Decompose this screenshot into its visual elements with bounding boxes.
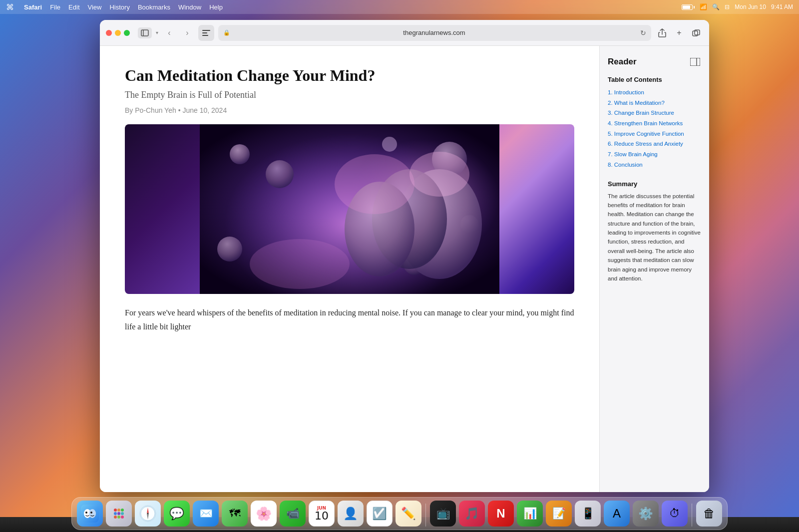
- toc-item-3[interactable]: 3. Change Brain Structure: [608, 108, 701, 118]
- maximize-button[interactable]: [124, 30, 130, 36]
- safari-toolbar: ▾ ‹ › 🔒 thegranularnews.com ↻: [100, 20, 709, 46]
- share-button[interactable]: [655, 26, 669, 40]
- dock-icon-messages[interactable]: 💬: [164, 501, 190, 527]
- dock-icon-finder[interactable]: [77, 501, 103, 527]
- dock-icon-news[interactable]: N: [488, 501, 514, 527]
- menubar-app-name[interactable]: Safari: [24, 3, 42, 11]
- dock-separator-2: [692, 504, 692, 527]
- minimize-button[interactable]: [115, 30, 121, 36]
- dock-icon-iphone-mirror[interactable]: 📱: [575, 501, 601, 527]
- dock-icon-facetime[interactable]: 📹: [280, 501, 306, 527]
- tabs-overview-button[interactable]: [689, 26, 703, 40]
- toc-item-1[interactable]: 1. Introduction: [608, 87, 701, 98]
- dock-icon-photos[interactable]: 🌸: [251, 501, 277, 527]
- plus-icon: +: [677, 28, 681, 37]
- menubar-help[interactable]: Help: [209, 3, 223, 11]
- facetime-icon: 📹: [286, 507, 300, 520]
- dock-icon-safari[interactable]: [135, 501, 161, 527]
- lock-icon: 🔒: [223, 29, 230, 36]
- toc-item-5[interactable]: 5. Improve Cognitive Function: [608, 129, 701, 139]
- contacts-icon: 👤: [343, 507, 358, 521]
- chevron-down-icon[interactable]: ▾: [156, 30, 158, 35]
- reader-panel: Reader Table of Contents 1. Introduction…: [599, 46, 709, 492]
- menubar-history[interactable]: History: [109, 3, 129, 11]
- menubar-bookmarks[interactable]: Bookmarks: [138, 3, 170, 11]
- toc-item-8[interactable]: 8. Conclusion: [608, 160, 701, 170]
- search-icon[interactable]: 🔍: [712, 3, 720, 10]
- toc-item-7[interactable]: 7. Slow Brain Aging: [608, 149, 701, 160]
- menubar-edit[interactable]: Edit: [68, 3, 79, 11]
- toc-item-6[interactable]: 6. Reduce Stress and Anxiety: [608, 139, 701, 149]
- article-byline: By Po-Chun Yeh • June 10, 2024: [125, 106, 574, 114]
- dock-icon-calendar[interactable]: JUN 10: [309, 501, 335, 527]
- forward-button[interactable]: ›: [180, 26, 194, 40]
- svg-point-36: [114, 516, 117, 519]
- menubar-time: 9:41 AM: [771, 3, 793, 10]
- menubar-window[interactable]: Window: [178, 3, 201, 11]
- svg-point-31: [117, 509, 120, 512]
- svg-point-21: [250, 239, 350, 289]
- dock-icon-screentime[interactable]: ⏱: [662, 501, 688, 527]
- article-area[interactable]: Can Meditation Change Your Mind? The Emp…: [100, 46, 599, 492]
- dock-icon-pages[interactable]: 📝: [546, 501, 572, 527]
- safari-window: ▾ ‹ › 🔒 thegranularnews.com ↻: [100, 20, 709, 492]
- mail-icon: ✉️: [199, 507, 213, 520]
- svg-point-33: [114, 512, 117, 515]
- svg-point-11: [266, 160, 294, 188]
- svg-point-44: [147, 513, 149, 515]
- svg-rect-3: [202, 32, 207, 33]
- reader-panel-title: Reader: [608, 57, 637, 67]
- svg-point-14: [217, 237, 242, 262]
- sidebar-toggle-button[interactable]: [138, 27, 152, 38]
- article-subtitle: The Empty Brain is Full of Potential: [125, 90, 574, 100]
- svg-rect-0: [141, 30, 148, 36]
- dock-icon-mail[interactable]: ✉️: [193, 501, 219, 527]
- close-button[interactable]: [106, 30, 112, 36]
- dock-icon-appletv[interactable]: 📺: [430, 501, 456, 527]
- appletv-icon: 📺: [436, 507, 450, 520]
- toolbar-actions: +: [655, 26, 703, 40]
- dock-icon-system-settings[interactable]: ⚙️: [633, 501, 659, 527]
- article-title: Can Meditation Change Your Mind?: [125, 66, 574, 85]
- reader-layout-toggle[interactable]: [689, 56, 701, 68]
- reminders-icon: ☑️: [372, 507, 387, 521]
- back-button[interactable]: ‹: [162, 26, 176, 40]
- safari-content: Can Meditation Change Your Mind? The Emp…: [100, 46, 709, 492]
- reload-button[interactable]: ↻: [640, 29, 646, 37]
- svg-point-30: [114, 509, 117, 512]
- svg-point-27: [89, 509, 96, 518]
- music-icon: 🎵: [464, 507, 479, 521]
- new-tab-button[interactable]: +: [672, 26, 686, 40]
- reader-panel-header: Reader: [608, 56, 701, 68]
- dock: 💬 ✉️ 🗺 🌸 📹 JUN 10 👤 ☑️ ✏️ 📺 🎵 N 📊: [71, 497, 728, 530]
- dock-icon-music[interactable]: 🎵: [459, 501, 485, 527]
- menubar-file[interactable]: File: [50, 3, 60, 11]
- summary-text: The article discusses the potential bene…: [608, 192, 701, 283]
- screentime-icon: ⏱: [669, 507, 680, 520]
- dock-icon-reminders[interactable]: ☑️: [367, 501, 393, 527]
- svg-rect-4: [202, 35, 208, 36]
- article-body: For years we've heard whispers of the be…: [125, 306, 574, 333]
- dock-icon-contacts[interactable]: 👤: [338, 501, 364, 527]
- apple-logo-icon[interactable]: ⌘: [6, 2, 14, 12]
- reader-mode-button[interactable]: [198, 25, 214, 41]
- toc-item-2[interactable]: 2. What is Meditation?: [608, 98, 701, 108]
- dock-icon-appstore[interactable]: A: [604, 501, 630, 527]
- numbers-icon: 📊: [523, 507, 537, 520]
- menubar-view[interactable]: View: [88, 3, 102, 11]
- dock-icon-freeform[interactable]: ✏️: [396, 501, 421, 527]
- maps-icon: 🗺: [229, 507, 240, 520]
- pages-icon: 📝: [552, 507, 566, 520]
- dock-icon-numbers[interactable]: 📊: [517, 501, 543, 527]
- article-date: June 10, 2024: [182, 106, 227, 114]
- svg-point-22: [409, 152, 469, 197]
- control-center-icon[interactable]: ⊟: [725, 3, 730, 10]
- address-bar[interactable]: 🔒 thegranularnews.com ↻: [218, 25, 651, 41]
- settings-icon: ⚙️: [638, 507, 653, 521]
- dock-icon-maps[interactable]: 🗺: [222, 501, 248, 527]
- url-text: thegranularnews.com: [233, 29, 635, 36]
- dock-separator: [425, 504, 426, 527]
- dock-icon-trash[interactable]: 🗑: [696, 501, 722, 527]
- toc-item-4[interactable]: 4. Strengthen Brain Networks: [608, 118, 701, 129]
- dock-icon-launchpad[interactable]: [106, 501, 132, 527]
